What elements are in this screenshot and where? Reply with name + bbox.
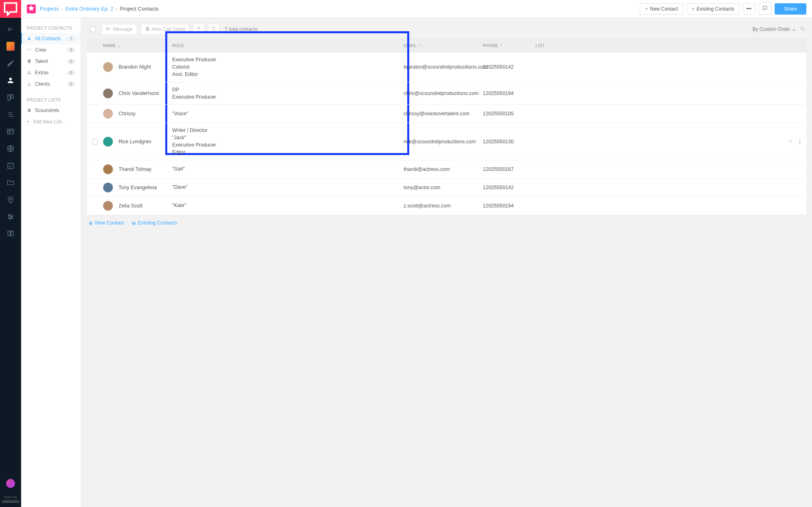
more-icon: ••• bbox=[746, 6, 752, 12]
search-icon[interactable] bbox=[800, 26, 806, 33]
col-name[interactable]: NAME⌄ bbox=[103, 43, 172, 48]
breadcrumb: Projects › Extra Ordinary Ep. 2 › Projec… bbox=[40, 6, 159, 12]
contact-avatar bbox=[103, 62, 113, 72]
filter-button[interactable] bbox=[193, 24, 205, 35]
sidebar-list-scoundrels[interactable]: Scoundrels bbox=[21, 105, 81, 116]
folder-icon[interactable] bbox=[6, 179, 15, 187]
workspace: Message New Call Sheet 7 total contacts bbox=[81, 18, 812, 507]
contacts-icon[interactable] bbox=[6, 76, 15, 84]
contact-name: Zelia Scott bbox=[119, 203, 143, 209]
row-checkbox[interactable] bbox=[92, 139, 98, 145]
new-contact-button[interactable]: New Contact bbox=[640, 3, 683, 15]
globe-icon[interactable] bbox=[6, 145, 15, 153]
sidebar-item-all-contacts[interactable]: All Contacts 7 bbox=[21, 33, 81, 44]
existing-contacts-button[interactable]: Existing Contacts bbox=[687, 3, 740, 15]
delete-button[interactable] bbox=[208, 24, 220, 35]
sidebar-item-crew[interactable]: Crew 3 bbox=[21, 44, 81, 56]
total-count: 7 total contacts bbox=[225, 26, 257, 32]
contact-roles: "Voice" bbox=[172, 110, 404, 117]
contact-email: z.scott@actress.com bbox=[404, 203, 483, 209]
sidebar-label: Scoundrels bbox=[35, 108, 59, 113]
project-thumb[interactable] bbox=[6, 42, 15, 50]
table-row[interactable]: Zelia Scott "Kate" z.scott@actress.com 1… bbox=[87, 197, 806, 215]
col-role[interactable]: ROLE bbox=[172, 43, 404, 48]
breadcrumb-projects[interactable]: Projects bbox=[40, 6, 59, 12]
document-icon bbox=[145, 26, 150, 32]
contact-avatar bbox=[103, 183, 113, 192]
topbar-actions: New Contact Existing Contacts ••• Share bbox=[640, 2, 806, 15]
table-row[interactable]: Thandi Tolmay "Gail" thandi@actress.com … bbox=[87, 160, 806, 179]
contact-roles: "Kate" bbox=[172, 202, 404, 209]
made-by-link[interactable]: Leanometry bbox=[2, 499, 19, 503]
sidebar-badge: 0 bbox=[67, 82, 75, 87]
chat-button[interactable] bbox=[758, 2, 771, 15]
toolbar-right: By Custom Order ⌄ bbox=[752, 26, 806, 33]
chat-icon bbox=[762, 5, 768, 12]
table-icon[interactable] bbox=[6, 127, 15, 136]
footer-existing-contacts[interactable]: Existing Contacts bbox=[132, 220, 177, 226]
contact-phone: 12025550130 bbox=[483, 139, 536, 145]
book-icon[interactable] bbox=[6, 230, 15, 238]
contact-email: chrissy@voiceovertalent.com bbox=[404, 111, 483, 117]
svg-point-25 bbox=[799, 143, 801, 144]
svg-point-10 bbox=[30, 71, 31, 73]
chevron-icon: › bbox=[61, 6, 63, 12]
sidebar-item-extras[interactable]: Extras 0 bbox=[21, 67, 81, 78]
nav-rail: Made By Leanometry bbox=[0, 0, 21, 507]
table-row[interactable]: Brandon Night Executive ProducerColorist… bbox=[87, 52, 806, 82]
contact-avatar bbox=[103, 109, 113, 119]
contact-email: rick@scoundrelproductions.com bbox=[404, 139, 483, 145]
app-root: Made By Leanometry Projects › Extra Ordi… bbox=[0, 0, 812, 507]
share-button[interactable]: Share bbox=[775, 3, 806, 15]
footer-new-contact[interactable]: New Contact bbox=[89, 220, 124, 226]
svg-point-23 bbox=[799, 139, 801, 140]
row-filter-icon[interactable] bbox=[788, 138, 793, 145]
col-list[interactable]: LIST bbox=[536, 43, 552, 48]
table-row[interactable]: Rick Lundgren Writer / Director"Jack"Exe… bbox=[87, 123, 806, 160]
select-all-checkbox[interactable] bbox=[90, 26, 96, 32]
sort-selector[interactable]: By Custom Order ⌄ bbox=[752, 26, 796, 32]
breadcrumb-project[interactable]: Extra Ordinary Ep. 2 bbox=[65, 6, 113, 12]
svg-rect-1 bbox=[11, 95, 13, 98]
contact-name: Chris Vanderhorst bbox=[119, 91, 159, 96]
list-layers-icon[interactable] bbox=[6, 110, 15, 119]
sidebar-item-clients[interactable]: Clients 0 bbox=[21, 78, 81, 90]
svg-point-5 bbox=[10, 198, 11, 200]
svg-rect-0 bbox=[8, 95, 10, 100]
row-more-icon[interactable] bbox=[799, 138, 801, 145]
new-call-sheet-button[interactable]: New Call Sheet bbox=[140, 24, 190, 35]
user-avatar[interactable] bbox=[6, 479, 15, 488]
contact-avatar bbox=[103, 164, 113, 174]
toolbar: Message New Call Sheet 7 total contacts bbox=[87, 24, 806, 39]
sidebar-add-list[interactable]: + Add New List... bbox=[21, 116, 81, 127]
breadcrumb-current: Project Contacts bbox=[120, 6, 158, 12]
content: PROJECT CONTACTS All Contacts 7 Crew 3 T… bbox=[21, 18, 812, 507]
board-icon[interactable] bbox=[6, 93, 15, 101]
svg-point-7 bbox=[11, 216, 13, 217]
project-icon[interactable] bbox=[27, 4, 36, 13]
sidebar-item-talent[interactable]: Talent 5 bbox=[21, 56, 81, 67]
app-logo[interactable] bbox=[0, 0, 21, 18]
sidebar-badge: 7 bbox=[67, 36, 75, 41]
sidebar-badge: 0 bbox=[67, 70, 75, 76]
message-button[interactable]: Message bbox=[102, 24, 137, 35]
col-phone[interactable]: PHONE⌃ bbox=[483, 43, 536, 48]
rail-icons bbox=[6, 25, 15, 479]
table-row[interactable]: Tony Evangelista "Dave" tony@actor.com 1… bbox=[87, 179, 806, 197]
col-email[interactable]: EMAIL⌃ bbox=[404, 43, 483, 48]
back-icon[interactable] bbox=[6, 25, 15, 33]
chevron-down-icon: ⌄ bbox=[792, 26, 796, 32]
sliders-icon[interactable] bbox=[6, 213, 15, 221]
edit-icon[interactable] bbox=[6, 59, 15, 67]
send-icon bbox=[106, 26, 111, 32]
chevron-icon: › bbox=[116, 6, 117, 12]
table-row[interactable]: Chrissy "Voice" chrissy@voiceovertalent.… bbox=[87, 105, 806, 123]
table-row[interactable]: Chris Vanderhorst DPExecutive Producer c… bbox=[87, 82, 806, 105]
more-button[interactable]: ••• bbox=[743, 3, 755, 15]
people-icon bbox=[27, 70, 32, 75]
contact-roles: "Gail" bbox=[172, 166, 404, 173]
sidebar-badge: 3 bbox=[67, 47, 75, 53]
calendar-check-icon[interactable] bbox=[6, 162, 15, 170]
location-icon[interactable] bbox=[6, 196, 15, 204]
footer-links: New Contact Existing Contacts bbox=[87, 215, 806, 231]
